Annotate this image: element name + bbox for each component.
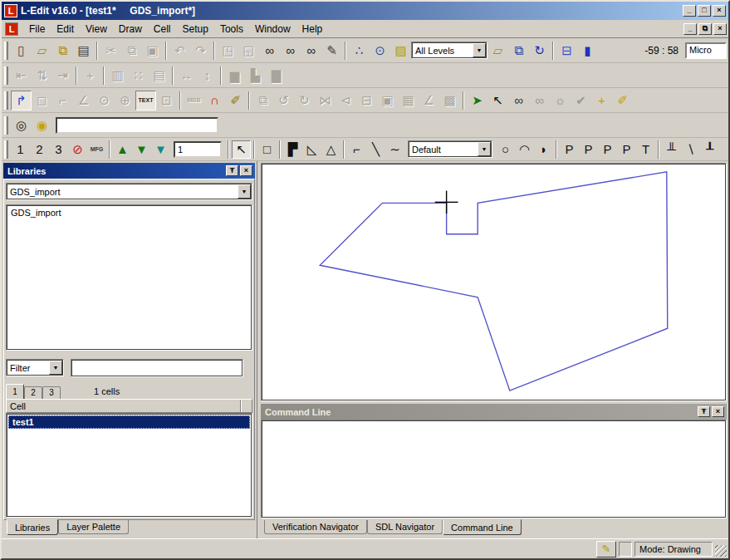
move-by-icon[interactable]: ⊕ (115, 91, 135, 111)
new-file-icon[interactable]: ▯ (11, 41, 32, 61)
box-tool-icon[interactable]: □ (257, 140, 277, 159)
cell-list-header[interactable]: Cell (6, 399, 252, 413)
ruler-diagonal-tool-icon[interactable]: ∖ (681, 140, 700, 159)
menu-help[interactable]: Help (296, 21, 329, 37)
levels-dropdown[interactable]: All Levels ▼ (411, 42, 487, 59)
pie-tool-icon[interactable]: ◠ (515, 140, 534, 159)
block-corner-icon[interactable]: ▙ (245, 66, 266, 86)
sdl-route-icon[interactable]: ➤ (467, 91, 487, 111)
help-book-icon[interactable]: ▮ (577, 41, 598, 61)
menu-cell[interactable]: Cell (148, 21, 177, 37)
sdl-select-icon[interactable]: ↖ (487, 91, 508, 111)
pin-icon[interactable]: Ŧ (226, 165, 238, 176)
base-point-2-icon[interactable]: 2 (30, 140, 49, 159)
port-box-tool-icon[interactable]: P (560, 140, 579, 159)
mbb-icon[interactable]: MBB (184, 91, 204, 111)
same-width-icon[interactable]: ↔ (176, 66, 197, 86)
port-point-tool-icon[interactable]: P (598, 140, 617, 159)
merge-icon[interactable]: ▩ (439, 91, 460, 111)
polygon-90-tool-icon[interactable]: ▛ (283, 140, 302, 159)
menu-window[interactable]: Window (249, 21, 296, 37)
sdl-find-icon[interactable]: ∞ (508, 91, 529, 111)
chevron-down-icon[interactable]: ▼ (478, 142, 491, 156)
save-view-icon[interactable]: ▼ (151, 140, 170, 159)
ruler-any-tool-icon[interactable]: ┸ (700, 140, 719, 159)
text-tool-icon[interactable]: T (636, 140, 655, 159)
curve-tool-icon[interactable]: ◗ (534, 140, 553, 159)
wire-90-tool-icon[interactable]: ⌐ (347, 140, 366, 159)
mouse-setup-icon[interactable]: ✐ (225, 91, 246, 111)
find-next-icon[interactable]: ∞ (280, 41, 301, 61)
close-icon[interactable]: × (240, 165, 252, 176)
menu-setup[interactable]: Setup (177, 21, 214, 37)
rotate-cw-icon[interactable]: ↻ (294, 91, 315, 111)
rotate-point-icon[interactable]: ⊙ (94, 91, 115, 111)
box-select-icon[interactable]: ▣ (377, 91, 398, 111)
column-divider[interactable] (240, 400, 242, 412)
align-edge-icon[interactable]: ⊟ (356, 91, 377, 111)
show-text-icon[interactable]: TEXT (135, 91, 156, 111)
group-region-icon[interactable]: ▦ (398, 91, 419, 111)
open-file-icon[interactable]: ▱ (32, 41, 52, 61)
block-left-icon[interactable]: ▆ (224, 66, 245, 86)
polygon-any-tool-icon[interactable]: △ (321, 140, 341, 159)
drawn-polygon[interactable] (320, 172, 668, 391)
menu-edit[interactable]: Edit (51, 21, 80, 37)
tab-3[interactable]: 3 (42, 386, 61, 399)
layer-dropdown[interactable]: Default ▼ (408, 140, 492, 158)
sdl-check-icon[interactable]: ✔ (571, 91, 591, 111)
layout-canvas[interactable] (261, 163, 727, 401)
tab-2[interactable]: 2 (24, 386, 42, 399)
drawing-status-button[interactable]: ✎ (596, 541, 616, 558)
menu-view[interactable]: View (80, 21, 113, 37)
menu-draw[interactable]: Draw (113, 21, 148, 37)
distribute-points-icon[interactable]: ∷ (128, 66, 149, 86)
cell-row-test1[interactable]: test1 (8, 415, 250, 429)
library-item-gds-import[interactable]: GDS_import (8, 207, 250, 219)
pop-view-icon[interactable]: ▼ (132, 140, 151, 159)
minimize-button[interactable]: _ (683, 5, 696, 17)
duplicate-icon[interactable]: ⧉ (252, 91, 273, 111)
redo-icon[interactable]: ↷ (190, 41, 211, 61)
place-text-icon[interactable]: ⊡ (156, 91, 177, 111)
chevron-down-icon[interactable]: ▼ (49, 361, 62, 375)
copy-cell-icon[interactable]: ⧉ (508, 41, 529, 61)
open-design-icon[interactable]: ⧉ (52, 41, 73, 61)
circle-tool-icon[interactable]: ○ (496, 140, 515, 159)
goto-coordinates-input[interactable] (56, 117, 218, 134)
set-marker-icon[interactable]: ◉ (32, 115, 52, 135)
base-point-1-icon[interactable]: 1 (11, 140, 30, 159)
no-base-point-icon[interactable]: ⊘ (68, 140, 87, 159)
sdl-find-all-icon[interactable]: ∞ (529, 91, 550, 111)
align-left-icon[interactable]: ⇤ (11, 66, 32, 86)
library-open-icon[interactable]: ▱ (487, 41, 508, 61)
mdi-close-button[interactable]: × (713, 23, 727, 35)
pick-point-icon[interactable]: ✎ (321, 41, 342, 61)
locator-input[interactable] (174, 141, 222, 158)
paste-icon[interactable]: ▣ (142, 41, 163, 61)
zoom-tool-icon[interactable]: ⊙ (370, 41, 390, 61)
chevron-down-icon[interactable]: ▼ (238, 184, 251, 199)
command-line-content[interactable] (261, 420, 727, 518)
zoom-selection-icon[interactable]: ◳ (218, 41, 238, 61)
base-point-3-icon[interactable]: 3 (49, 140, 68, 159)
pin-icon[interactable]: Ŧ (698, 406, 710, 417)
tab-layer-palette[interactable]: Layer Palette (58, 520, 129, 534)
close-button[interactable]: × (713, 5, 726, 17)
toolbar-grip[interactable] (4, 116, 8, 135)
menu-tools[interactable]: Tools (214, 21, 249, 37)
library-dropdown[interactable]: GDS_import ▼ (6, 183, 252, 200)
resize-grip[interactable] (715, 545, 727, 557)
distribute-columns-icon[interactable]: ▥ (107, 66, 128, 86)
edit-in-place-icon[interactable]: ↱ (11, 91, 32, 111)
find-icon[interactable]: ∞ (259, 41, 280, 61)
push-view-icon[interactable]: ▲ (113, 140, 132, 159)
zoom-fit-icon[interactable]: ◱ (238, 41, 259, 61)
document-icon[interactable]: L (5, 22, 18, 36)
wire-45-tool-icon[interactable]: ╲ (366, 140, 385, 159)
wire-any-tool-icon[interactable]: ∼ (385, 140, 404, 159)
tab-verification-navigator[interactable]: Verification Navigator (264, 520, 367, 534)
port-triangle-tool-icon[interactable]: P (617, 140, 636, 159)
sdl-cross-probe-icon[interactable]: + (591, 91, 612, 111)
undo-icon[interactable]: ↶ (169, 41, 190, 61)
